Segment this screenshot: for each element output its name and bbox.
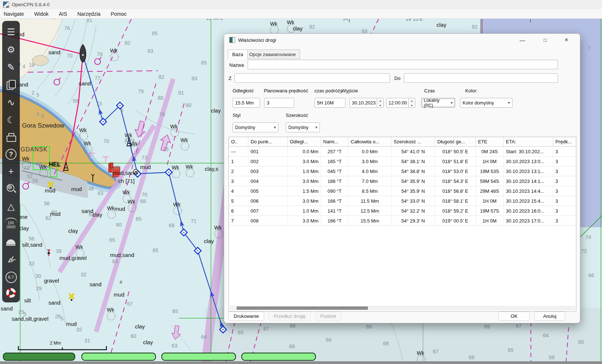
track-icon[interactable]: ∿ — [5, 96, 17, 109]
column-header[interactable]: ETA: — [504, 137, 553, 147]
color-select[interactable]: Kolor domyślny▾ — [460, 98, 512, 108]
chevron-down-icon: ▾ — [315, 125, 317, 130]
date-spin-up-icon[interactable]: ▲ — [377, 98, 383, 103]
measure-icon[interactable]: △ — [5, 200, 17, 213]
table-row[interactable]: 20031.0 Mm045 °T4.0 Mm54° 38.8' N018° 53… — [229, 166, 576, 176]
route-mark-manager-icon[interactable]: + — [5, 165, 17, 177]
menu-narzędzia[interactable]: Narzędzia — [77, 11, 101, 17]
from-input[interactable] — [234, 73, 390, 83]
distance-value[interactable]: 15.5 Mm — [233, 98, 260, 108]
horizontal-scrollbar[interactable] — [230, 306, 575, 310]
cancel-button[interactable]: Anuluj — [534, 312, 565, 321]
find-chart-icon[interactable] — [5, 183, 17, 195]
table-row[interactable]: ---0010.0 Mm257 °T0.0 Mm54° 41.0' N018° … — [229, 147, 576, 157]
table-row[interactable]: 70083.0 Mm166 °T15.5 Mm54° 29.3' N019° 0… — [229, 216, 576, 226]
day-night-mode-icon[interactable]: ☾ — [5, 114, 17, 126]
depth-label: 66 — [588, 272, 594, 278]
menu-widok[interactable]: Widok — [34, 11, 48, 17]
wreck-label: Wk — [214, 225, 222, 231]
depth-label: 59 — [549, 354, 555, 360]
menu-navigate[interactable]: Navigate — [4, 11, 24, 17]
departure-date-spinner[interactable]: 30.10.2023 ▲▼ — [350, 98, 384, 108]
rock-hash-icon: # — [120, 279, 123, 285]
chart-copy-icon[interactable] — [5, 78, 17, 91]
ok-button[interactable]: OK — [499, 312, 530, 321]
depth-label: 68 — [326, 337, 332, 343]
column-header[interactable]: Prędk... — [553, 137, 577, 147]
chartbar-segment[interactable] — [3, 353, 75, 361]
time-spin-up-icon[interactable]: ▲ — [409, 98, 415, 103]
column-header[interactable]: Nami... — [321, 137, 349, 147]
column-header[interactable]: ETE — [476, 137, 504, 147]
print-icon[interactable] — [5, 131, 17, 144]
depth-label: 74 — [585, 234, 591, 240]
depth-label: 2 — [32, 90, 34, 96]
tab-opcje-zaawansowane[interactable]: Opcje zaawansowane — [245, 49, 300, 59]
dialog-icon — [229, 37, 235, 43]
maximize-button[interactable]: □ — [537, 34, 554, 46]
depth-label: 31 — [84, 338, 90, 343]
dashboard-gauge-icon[interactable] — [5, 236, 17, 249]
width-select[interactable]: Domyślny▾ — [286, 122, 320, 132]
travel-time-value[interactable]: 5H 10M — [314, 98, 346, 108]
depth-label: 4 — [36, 111, 39, 117]
seabed-label: sand — [48, 299, 61, 306]
style-select[interactable]: Domyślny▾ — [233, 122, 278, 132]
menu-ais[interactable]: AIS — [59, 11, 67, 17]
wreck-label: Wk — [170, 124, 178, 129]
table-row[interactable]: 30043.0 Mm166 °T7.0 Mm54° 35.9' N018° 54… — [229, 176, 576, 186]
compass-speed-icon[interactable]: 6.7 — [6, 272, 17, 283]
waypoint-table[interactable]: O..Do punk...Odległ...Nami...Całkowita o… — [229, 137, 576, 226]
settings-gear-icon[interactable]: ⚙ — [5, 43, 17, 56]
chartbar-segment[interactable] — [161, 353, 236, 361]
minimize-button[interactable]: — — [514, 34, 531, 46]
date-spin-down-icon[interactable]: ▼ — [377, 103, 383, 107]
table-row[interactable]: 50063.0 Mm166 °T11.5 Mm54° 33.0' N018° 5… — [229, 196, 576, 206]
seabed-label: clay — [135, 323, 145, 330]
column-header[interactable]: Odległ... — [288, 137, 321, 147]
column-header[interactable]: O.. — [229, 137, 248, 147]
time-ref-select[interactable]: Lokalny (PC)▾ — [421, 98, 455, 108]
menu-icon[interactable]: ☰ — [5, 26, 17, 38]
print-route-button[interactable]: Drukowanie — [229, 312, 264, 321]
seabed-label: clay — [92, 212, 102, 218]
depth-label: 69 — [484, 324, 490, 330]
wind-layer-icon[interactable]: ≪ — [2, 251, 19, 269]
man-overboard-icon[interactable] — [6, 288, 16, 298]
column-header[interactable]: Całkowita o... — [349, 137, 391, 147]
to-input[interactable] — [404, 73, 558, 83]
departure-time-spinner[interactable]: 12:00:00 ▲▼ — [386, 98, 415, 108]
depth-label: 65 — [508, 347, 514, 353]
column-header[interactable]: Szerokość ... — [391, 137, 435, 147]
name-input[interactable] — [248, 60, 558, 69]
chartbar-segment[interactable] — [81, 353, 156, 361]
column-header[interactable]: Długość ge... — [435, 137, 476, 147]
depth-label: 29 — [36, 286, 42, 291]
close-button[interactable]: × — [558, 34, 575, 46]
menu-pomoc[interactable]: Pomoc — [111, 11, 127, 17]
planned-speed-input[interactable]: 3 — [264, 98, 294, 108]
scrollbar-thumb[interactable] — [237, 306, 368, 310]
create-route-icon[interactable]: ✎ — [5, 61, 17, 73]
depth-label: 32 — [81, 272, 87, 277]
departure-time-input[interactable]: 12:00:00 — [386, 98, 409, 108]
depth-label: 4 — [125, 137, 128, 143]
time-spin-down-icon[interactable]: ▼ — [409, 103, 415, 107]
dead-reckoning-icon[interactable]: DR0900 — [5, 218, 17, 231]
departure-date-input[interactable]: 30.10.2023 — [350, 98, 377, 108]
help-icon[interactable]: ? — [6, 149, 17, 160]
depth-label: 67 — [433, 349, 439, 354]
split-route-button[interactable]: Podziel — [315, 312, 341, 321]
table-row[interactable]: 10023.0 Mm165 °T3.0 Mm54° 38.1' N018° 51… — [229, 157, 576, 166]
wreck-label: Wk — [287, 19, 295, 25]
depth-label: 76 — [64, 25, 70, 31]
table-row[interactable]: 60071.0 Mm141 °T12.5 Mm54° 32.2' N018° 5… — [229, 206, 576, 216]
table-row[interactable]: 40051.5 Mm090 °T8.5 Mm54° 35.9' N018° 56… — [229, 186, 576, 196]
scale-label: 2 Mm — [50, 341, 61, 346]
menu-bar: NavigateWidokAISNarzędziaPomoc — [0, 9, 602, 19]
chartbar-segment[interactable] — [241, 353, 316, 361]
tab-baza[interactable]: Baza — [228, 49, 248, 59]
extend-route-button[interactable]: Przedłuż drogę — [269, 312, 311, 321]
column-header[interactable]: Do punk... — [248, 137, 288, 147]
depth-label: 56 — [44, 201, 50, 206]
